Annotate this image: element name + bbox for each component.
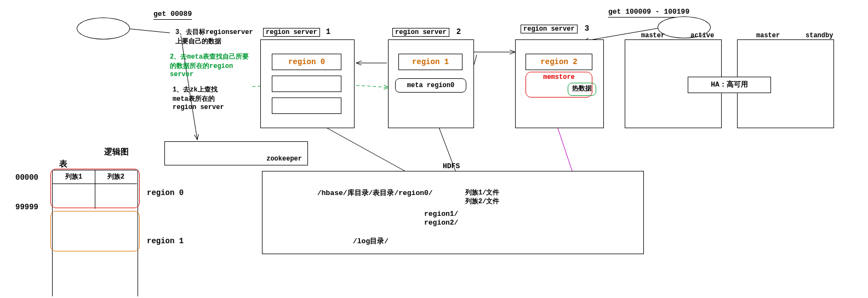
master2-label: master [756,32,780,39]
svg-line-0 [126,28,170,33]
rs2-meta-region: meta region0 [395,78,466,93]
rs2-region1: region 1 [398,54,462,70]
hdfs-r2: region2/ [424,219,458,227]
rs1-region0: region 0 [272,54,341,70]
step-1-text: 1、去zk上查找 meta表所在的 region server [173,85,249,111]
rs1-region0-label: region 0 [288,58,325,66]
rs2-label: region server [392,28,449,37]
hdfs-path: /hbase/库目录/表目录/region0/ [317,188,433,198]
client-ellipse-1 [77,18,130,39]
hotdata-box: 热数据 [568,83,596,96]
rs1-label: region server [263,28,320,37]
rs3-region2-label: region 2 [540,58,577,66]
master1-label: master [641,32,665,39]
zookeeper-label: zookeeper [266,155,302,163]
ha-label: HA：高可用 [688,77,771,93]
memstore-label: memstore [526,73,592,81]
zookeeper-box: zookeeper [164,141,308,165]
step-2-text: 2、去meta表查找自己所要 的数据所在的region server [170,52,263,78]
rowkey-end: 99999 [15,203,38,211]
master2-standby: standby [806,32,833,39]
rs1-slot2 [272,76,341,92]
master1-active: active [690,32,714,39]
rowkey-start: 00000 [15,173,38,182]
logical-title: 逻辑图 [104,147,129,157]
logical-region1-box [50,211,140,251]
hdfs-cf1: 列族1/文件 [465,188,499,197]
logical-table: 表 [59,159,67,169]
query-1: get 00089 [153,10,192,20]
rs2-region1-label: region 1 [412,58,449,66]
hdfs-log: /log目录/ [353,236,389,246]
hdfs-box: /hbase/库目录/表目录/region0/ 列族1/文件 列族2/文件 re… [262,171,644,254]
rs1-num: 1 [326,27,330,36]
region-server-2: region server 2 [392,27,461,36]
region-server-1: region server 1 [263,27,330,36]
rs1-slot3 [272,98,341,114]
diagram-canvas: get 00089 get 100009 - 100199 3、去目标regio… [0,0,868,298]
logical-region1-label: region 1 [147,237,184,245]
query-2: get 100009 - 100199 [608,8,689,18]
hdfs-r1: region1/ [424,210,458,218]
region-server-3: region server 3 [521,24,589,33]
rs3-num: 3 [585,24,589,33]
hdfs-title: HDFS [443,162,460,170]
logical-region0-box [50,169,140,208]
rs3-box: region 2 memstore 热数据 [515,39,604,128]
hdfs-cf2: 列族2/文件 [465,197,499,206]
step-3-text: 3、去目标regionserver 上要自己的数据 [175,27,263,46]
rs2-box: region 1 meta region0 [388,39,474,128]
rs2-num: 2 [456,27,461,36]
rs3-region2: region 2 [526,54,592,70]
logical-region0-label: region 0 [147,188,184,197]
rs1-box: region 0 [260,39,355,128]
rs3-label: region server [521,25,578,33]
